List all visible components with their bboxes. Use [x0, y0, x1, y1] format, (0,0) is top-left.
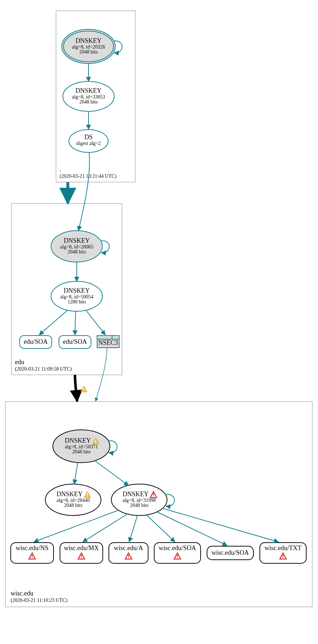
node-edu-soa1: edu/SOA: [20, 336, 52, 348]
node-wisc-ns: wisc.edu/NS: [11, 543, 54, 563]
svg-text:2048 bits: 2048 bits: [79, 49, 98, 55]
node-wisc-a: wisc.edu/A: [109, 543, 148, 563]
svg-text:2048 bits: 2048 bits: [130, 503, 148, 508]
svg-text:wisc.edu/MX: wisc.edu/MX: [64, 544, 99, 552]
edge-edu-zsk-nsec3: [86, 310, 105, 335]
svg-text:DS: DS: [84, 134, 92, 141]
svg-text:DNSKEY: DNSKEY: [64, 237, 90, 244]
svg-text:wisc.edu/SOA: wisc.edu/SOA: [212, 549, 249, 556]
svg-text:DNSKEY: DNSKEY: [122, 490, 148, 498]
svg-text:DNSKEY: DNSKEY: [75, 37, 101, 44]
svg-text:2048 bits: 2048 bits: [72, 449, 91, 454]
svg-text:DNSKEY: DNSKEY: [64, 287, 90, 294]
warning-icon: [81, 386, 87, 392]
zone-label-edu-time: (2020-03-21 11:09:58 UTC): [15, 366, 72, 372]
edge-wisc-ksk-zsk2: [95, 461, 128, 485]
edge-delegation-edu-wisc: [75, 375, 77, 401]
zone-label-root-name: .: [60, 166, 61, 173]
node-wisc-mx: wisc.edu/MX: [60, 543, 103, 563]
edge-zsk2-txt: [162, 508, 278, 542]
svg-text:2048 bits: 2048 bits: [67, 249, 86, 255]
node-root-zsk: DNSKEY alg=8, id=33853 2048 bits: [63, 81, 114, 111]
svg-text:alg=8, id=50054: alg=8, id=50054: [60, 294, 94, 300]
node-edu-nsec3: NSEC3: [97, 336, 119, 348]
edge-nsec3-wisc: [96, 348, 107, 401]
svg-text:alg=8, id=31998: alg=8, id=31998: [123, 498, 156, 503]
node-edu-ksk: DNSKEY alg=8, id=28065 2048 bits: [51, 231, 102, 262]
svg-text:DNSKEY: DNSKEY: [56, 490, 82, 498]
svg-text:edu/SOA: edu/SOA: [63, 338, 87, 345]
svg-text:NSEC3: NSEC3: [98, 339, 118, 346]
node-root-ds: DS digest alg=2: [69, 130, 108, 152]
node-wisc-txt: wisc.edu/TXT: [260, 543, 306, 563]
zone-label-root-time: (2020-03-21 10:21:44 UTC): [60, 173, 117, 179]
node-wisc-soa1: wisc.edu/SOA: [154, 543, 201, 563]
node-wisc-zsk2: DNSKEY alg=8, id=31998 2048 bits: [111, 484, 167, 515]
svg-text:alg=8, id=33853: alg=8, id=33853: [72, 94, 105, 100]
svg-text:wisc.edu/NS: wisc.edu/NS: [16, 544, 49, 552]
svg-text:2048 bits: 2048 bits: [79, 99, 98, 105]
zone-label-edu-name: edu: [15, 358, 24, 366]
node-wisc-soa2: wisc.edu/SOA: [207, 546, 253, 560]
node-edu-zsk: DNSKEY alg=8, id=50054 1280 bits: [51, 281, 102, 311]
svg-text:DNSKEY: DNSKEY: [65, 437, 91, 444]
edge-wisc-ksk-zsk1: [74, 462, 78, 484]
dnssec-diagram: . (2020-03-21 10:21:44 UTC) DNSKEY alg=8…: [0, 0, 318, 644]
svg-text:DNSKEY: DNSKEY: [75, 87, 101, 94]
edge-zsk2-soa1: [146, 515, 175, 542]
svg-text:1280 bits: 1280 bits: [67, 299, 86, 305]
svg-text:alg=8, id=50371: alg=8, id=50371: [65, 444, 98, 449]
edge-zsk2-mx: [83, 513, 128, 542]
svg-text:alg=8, id=28440: alg=8, id=28440: [57, 498, 90, 503]
svg-text:alg=8, id=20326: alg=8, id=20326: [72, 44, 105, 50]
zone-label-wisc-name: wisc.edu: [11, 590, 33, 597]
svg-text:edu/SOA: edu/SOA: [24, 338, 48, 345]
svg-text:wisc.edu/TXT: wisc.edu/TXT: [264, 544, 301, 552]
node-edu-soa2: edu/SOA: [59, 336, 91, 348]
svg-text:digest alg=2: digest alg=2: [76, 141, 101, 146]
svg-text:alg=8, id=28065: alg=8, id=28065: [60, 244, 94, 250]
zone-label-wisc-time: (2020-03-21 11:10:23 UTC): [11, 598, 67, 603]
edge-ds-edu-ksk: [79, 152, 90, 231]
edge-zsk2-a: [129, 515, 137, 542]
node-wisc-zsk1: DNSKEY alg=8, id=28440 2048 bits: [45, 484, 101, 515]
svg-text:wisc.edu/A: wisc.edu/A: [114, 544, 143, 552]
node-wisc-ksk: DNSKEY alg=8, id=50371 2048 bits: [53, 430, 110, 463]
svg-text:2048 bits: 2048 bits: [64, 503, 82, 508]
svg-text:wisc.edu/SOA: wisc.edu/SOA: [159, 544, 196, 552]
edge-edu-zsk-soa2: [75, 311, 76, 335]
node-root-ksk: DNSKEY alg=8, id=20326 2048 bits: [62, 29, 115, 64]
edge-edu-zsk-soa1: [39, 310, 68, 335]
